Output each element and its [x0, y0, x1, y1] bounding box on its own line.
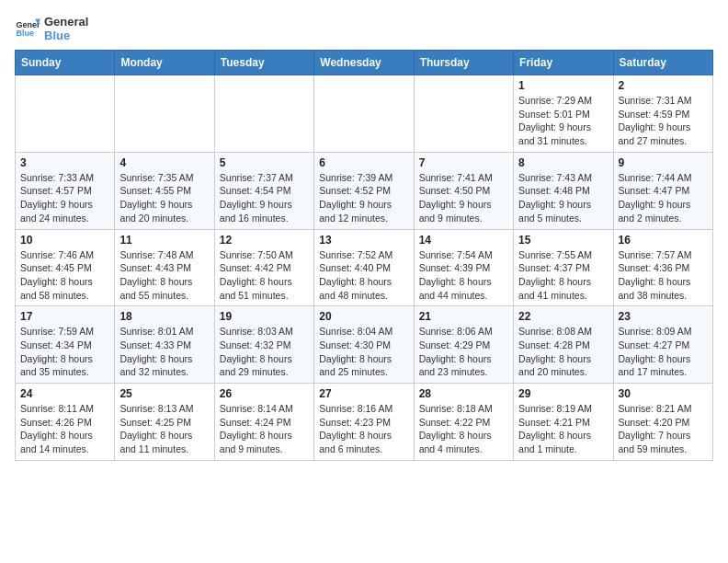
day-info: Sunrise: 7:43 AM Sunset: 4:48 PM Dayligh… — [518, 171, 608, 225]
calendar-cell: 5Sunrise: 7:37 AM Sunset: 4:54 PM Daylig… — [214, 152, 313, 229]
column-header-thursday: Thursday — [414, 51, 513, 75]
calendar-header-row: SundayMondayTuesdayWednesdayThursdayFrid… — [16, 51, 713, 75]
calendar-cell — [16, 75, 115, 153]
calendar-cell: 6Sunrise: 7:39 AM Sunset: 4:52 PM Daylig… — [314, 152, 414, 229]
calendar-cell — [214, 75, 313, 153]
calendar-cell: 22Sunrise: 8:08 AM Sunset: 4:28 PM Dayli… — [514, 306, 613, 384]
day-info: Sunrise: 8:11 AM Sunset: 4:26 PM Dayligh… — [20, 402, 109, 456]
day-info: Sunrise: 7:39 AM Sunset: 4:52 PM Dayligh… — [319, 171, 408, 225]
day-number: 28 — [419, 387, 508, 400]
day-info: Sunrise: 8:21 AM Sunset: 4:20 PM Dayligh… — [619, 402, 708, 456]
column-header-wednesday: Wednesday — [314, 51, 414, 75]
day-info: Sunrise: 8:13 AM Sunset: 4:25 PM Dayligh… — [119, 402, 209, 456]
day-number: 30 — [619, 387, 708, 400]
column-header-friday: Friday — [514, 51, 613, 75]
day-number: 16 — [619, 234, 708, 247]
day-info: Sunrise: 7:48 AM Sunset: 4:43 PM Dayligh… — [119, 248, 209, 303]
svg-text:Blue: Blue — [16, 29, 34, 38]
calendar-cell: 15Sunrise: 7:55 AM Sunset: 4:37 PM Dayli… — [514, 229, 613, 306]
day-info: Sunrise: 7:31 AM Sunset: 4:59 PM Dayligh… — [619, 94, 708, 148]
calendar-cell: 11Sunrise: 7:48 AM Sunset: 4:43 PM Dayli… — [115, 229, 214, 306]
day-number: 17 — [20, 310, 109, 323]
calendar-cell: 24Sunrise: 8:11 AM Sunset: 4:26 PM Dayli… — [16, 384, 115, 461]
day-info: Sunrise: 7:37 AM Sunset: 4:54 PM Dayligh… — [220, 171, 309, 225]
calendar-cell: 20Sunrise: 8:04 AM Sunset: 4:30 PM Dayli… — [314, 306, 414, 384]
day-number: 18 — [119, 310, 209, 323]
day-info: Sunrise: 7:57 AM Sunset: 4:36 PM Dayligh… — [619, 248, 708, 303]
day-info: Sunrise: 7:50 AM Sunset: 4:42 PM Dayligh… — [220, 248, 309, 303]
day-info: Sunrise: 8:01 AM Sunset: 4:33 PM Dayligh… — [119, 325, 209, 379]
day-info: Sunrise: 8:18 AM Sunset: 4:22 PM Dayligh… — [419, 402, 508, 456]
day-info: Sunrise: 8:14 AM Sunset: 4:24 PM Dayligh… — [220, 402, 309, 456]
calendar-cell: 12Sunrise: 7:50 AM Sunset: 4:42 PM Dayli… — [214, 229, 313, 306]
calendar-cell: 21Sunrise: 8:06 AM Sunset: 4:29 PM Dayli… — [414, 306, 513, 384]
calendar-cell — [115, 75, 214, 153]
day-info: Sunrise: 7:55 AM Sunset: 4:37 PM Dayligh… — [518, 248, 608, 303]
calendar-cell: 25Sunrise: 8:13 AM Sunset: 4:25 PM Dayli… — [115, 384, 214, 461]
day-info: Sunrise: 7:59 AM Sunset: 4:34 PM Dayligh… — [20, 325, 109, 379]
calendar-week-1: 1Sunrise: 7:29 AM Sunset: 5:01 PM Daylig… — [16, 75, 713, 153]
day-number: 4 — [119, 156, 209, 169]
day-number: 11 — [119, 234, 209, 247]
day-number: 7 — [419, 156, 508, 169]
day-number: 10 — [20, 234, 109, 247]
calendar-cell: 1Sunrise: 7:29 AM Sunset: 5:01 PM Daylig… — [514, 75, 613, 153]
calendar-cell: 26Sunrise: 8:14 AM Sunset: 4:24 PM Dayli… — [214, 384, 313, 461]
calendar-table: SundayMondayTuesdayWednesdayThursdayFrid… — [15, 50, 713, 461]
day-number: 1 — [518, 79, 608, 92]
day-number: 23 — [619, 310, 708, 323]
day-info: Sunrise: 8:09 AM Sunset: 4:27 PM Dayligh… — [619, 325, 708, 379]
day-number: 2 — [619, 79, 708, 92]
column-header-monday: Monday — [115, 51, 214, 75]
column-header-sunday: Sunday — [16, 51, 115, 75]
day-info: Sunrise: 8:16 AM Sunset: 4:23 PM Dayligh… — [319, 402, 408, 456]
calendar-week-3: 10Sunrise: 7:46 AM Sunset: 4:45 PM Dayli… — [16, 229, 713, 306]
day-number: 9 — [619, 156, 708, 169]
calendar-week-4: 17Sunrise: 7:59 AM Sunset: 4:34 PM Dayli… — [16, 306, 713, 384]
calendar-cell: 2Sunrise: 7:31 AM Sunset: 4:59 PM Daylig… — [613, 75, 712, 153]
calendar-cell: 28Sunrise: 8:18 AM Sunset: 4:22 PM Dayli… — [414, 384, 513, 461]
day-info: Sunrise: 8:08 AM Sunset: 4:28 PM Dayligh… — [518, 325, 608, 379]
day-number: 3 — [20, 156, 109, 169]
page-header: General Blue General Blue — [15, 15, 713, 42]
calendar-cell: 29Sunrise: 8:19 AM Sunset: 4:21 PM Dayli… — [514, 384, 613, 461]
day-number: 24 — [20, 387, 109, 400]
day-number: 20 — [319, 310, 408, 323]
day-number: 12 — [220, 234, 309, 247]
calendar-week-2: 3Sunrise: 7:33 AM Sunset: 4:57 PM Daylig… — [16, 152, 713, 229]
day-info: Sunrise: 7:35 AM Sunset: 4:55 PM Dayligh… — [119, 171, 209, 225]
calendar-cell: 23Sunrise: 8:09 AM Sunset: 4:27 PM Dayli… — [613, 306, 712, 384]
day-info: Sunrise: 7:33 AM Sunset: 4:57 PM Dayligh… — [20, 171, 109, 225]
calendar-cell: 17Sunrise: 7:59 AM Sunset: 4:34 PM Dayli… — [16, 306, 115, 384]
logo-blue: Blue — [44, 29, 88, 42]
day-number: 8 — [518, 156, 608, 169]
calendar-week-5: 24Sunrise: 8:11 AM Sunset: 4:26 PM Dayli… — [16, 384, 713, 461]
day-info: Sunrise: 7:44 AM Sunset: 4:47 PM Dayligh… — [619, 171, 708, 225]
day-number: 6 — [319, 156, 408, 169]
day-info: Sunrise: 7:29 AM Sunset: 5:01 PM Dayligh… — [518, 94, 608, 148]
day-number: 22 — [518, 310, 608, 323]
day-number: 19 — [220, 310, 309, 323]
column-header-saturday: Saturday — [613, 51, 712, 75]
day-number: 21 — [419, 310, 508, 323]
day-info: Sunrise: 7:52 AM Sunset: 4:40 PM Dayligh… — [319, 248, 408, 303]
calendar-cell: 14Sunrise: 7:54 AM Sunset: 4:39 PM Dayli… — [414, 229, 513, 306]
day-info: Sunrise: 7:46 AM Sunset: 4:45 PM Dayligh… — [20, 248, 109, 303]
day-info: Sunrise: 8:03 AM Sunset: 4:32 PM Dayligh… — [220, 325, 309, 379]
day-number: 26 — [220, 387, 309, 400]
calendar-cell: 30Sunrise: 8:21 AM Sunset: 4:20 PM Dayli… — [613, 384, 712, 461]
day-number: 27 — [319, 387, 408, 400]
calendar-cell: 27Sunrise: 8:16 AM Sunset: 4:23 PM Dayli… — [314, 384, 414, 461]
calendar-cell: 18Sunrise: 8:01 AM Sunset: 4:33 PM Dayli… — [115, 306, 214, 384]
calendar-cell: 16Sunrise: 7:57 AM Sunset: 4:36 PM Dayli… — [613, 229, 712, 306]
day-number: 25 — [119, 387, 209, 400]
day-info: Sunrise: 7:54 AM Sunset: 4:39 PM Dayligh… — [419, 248, 508, 303]
calendar-cell: 13Sunrise: 7:52 AM Sunset: 4:40 PM Dayli… — [314, 229, 414, 306]
day-info: Sunrise: 8:04 AM Sunset: 4:30 PM Dayligh… — [319, 325, 408, 379]
logo: General Blue General Blue — [15, 15, 88, 42]
calendar-cell: 4Sunrise: 7:35 AM Sunset: 4:55 PM Daylig… — [115, 152, 214, 229]
day-info: Sunrise: 7:41 AM Sunset: 4:50 PM Dayligh… — [419, 171, 508, 225]
calendar-cell: 3Sunrise: 7:33 AM Sunset: 4:57 PM Daylig… — [16, 152, 115, 229]
day-info: Sunrise: 8:06 AM Sunset: 4:29 PM Dayligh… — [419, 325, 508, 379]
day-number: 13 — [319, 234, 408, 247]
